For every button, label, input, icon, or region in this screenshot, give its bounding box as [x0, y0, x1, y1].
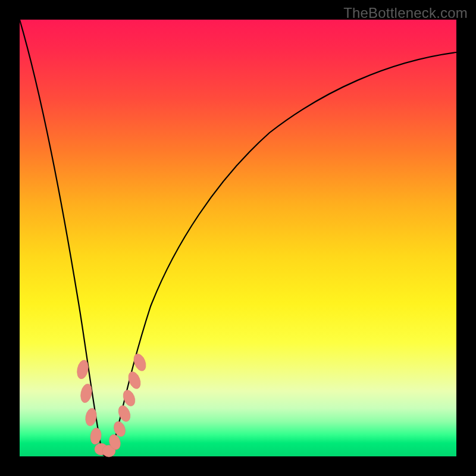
recommendation-markers — [76, 352, 148, 457]
chart-frame: TheBottleneck.com — [0, 0, 476, 476]
watermark-text: TheBottleneck.com — [343, 5, 468, 21]
chart-svg — [20, 20, 456, 456]
marker — [126, 370, 143, 391]
marker — [84, 408, 98, 427]
plot-area — [20, 20, 456, 456]
marker — [116, 404, 132, 424]
